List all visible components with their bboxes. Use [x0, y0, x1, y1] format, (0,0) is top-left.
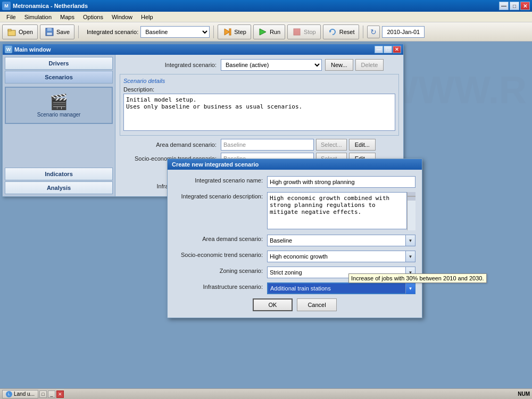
area-demand-row: Area demand scenario: Select... Edit...: [120, 139, 399, 151]
menu-help[interactable]: Help: [137, 13, 157, 21]
dialog-title-bar: Create new integrated scenario: [168, 159, 422, 170]
dialog-socio-label: Socio-economic trend scenario:: [174, 251, 267, 258]
taskbar-item-label: Land u...: [14, 391, 35, 397]
create-scenario-dialog: Create new integrated scenario Integrate…: [167, 159, 422, 318]
dialog-desc-row: Integrated scenario description: High ec…: [174, 192, 415, 230]
menu-options[interactable]: Options: [79, 13, 107, 21]
menu-window[interactable]: Window: [107, 13, 137, 21]
run-icon: [258, 27, 268, 37]
dialog-desc-wrap: High economic growth combined with stron…: [267, 192, 415, 230]
taskbar-min-btn[interactable]: _: [48, 390, 55, 398]
close-button[interactable]: ✕: [520, 2, 530, 10]
menu-bar: File Simulation Maps Options Window Help: [0, 12, 532, 22]
reset-label: Reset: [339, 29, 355, 35]
dialog-button-row: OK Cancel: [174, 298, 415, 311]
main-window-controls: — □ ✕: [375, 46, 401, 53]
scenario-combo[interactable]: Baseline: [140, 26, 210, 38]
dialog-ok-button[interactable]: OK: [253, 298, 293, 311]
open-label: Open: [19, 29, 33, 35]
dialog-area-demand-combo[interactable]: Baseline: [267, 235, 415, 246]
dialog-socio-row: Socio-economic trend scenario: High econ…: [174, 251, 415, 262]
menu-simulation[interactable]: Simulation: [20, 13, 56, 21]
integrated-scenario-select[interactable]: Baseline (active): [221, 59, 322, 71]
run-button[interactable]: Run: [253, 24, 285, 39]
area-demand-label: Area demand scenario:: [120, 142, 221, 148]
taskbar-buttons: □ _ ✕: [39, 390, 64, 398]
app-icon: M: [2, 2, 11, 10]
dialog-infra-combo[interactable]: Additional train stations Baseline: [267, 282, 415, 294]
main-window-title-text: Main window: [14, 46, 51, 53]
save-icon: [45, 27, 54, 37]
stop-icon: [292, 27, 302, 37]
step-button[interactable]: Step: [218, 24, 251, 39]
toolbar-separator-1: [78, 26, 79, 38]
dialog-cancel-button[interactable]: Cancel: [297, 298, 337, 311]
toolbar-separator-3: [363, 26, 363, 38]
dialog-desc-label: Integrated scenario description:: [174, 192, 267, 200]
taskbar-num-indicator: NUM: [518, 391, 530, 397]
area-demand-field[interactable]: [221, 139, 314, 151]
main-window-close[interactable]: ✕: [393, 46, 401, 53]
sidebar-scenarios-button[interactable]: Scenarios: [5, 71, 113, 84]
taskbar-close-btn[interactable]: ✕: [56, 390, 64, 398]
sidebar: Drivers Scenarios 🎬 Scenario manager Ind…: [3, 55, 115, 196]
open-button[interactable]: Open: [2, 24, 38, 39]
dialog-socio-combo[interactable]: High economic growth Baseline: [267, 251, 415, 262]
reset-button[interactable]: Reset: [323, 24, 360, 39]
scenario-manager-icon: 🎬: [49, 93, 68, 111]
refresh-button[interactable]: ↻: [367, 26, 380, 38]
svg-marker-7: [260, 29, 266, 35]
sidebar-indicators-button[interactable]: Indicators: [5, 168, 113, 180]
menu-file[interactable]: File: [2, 13, 20, 21]
dialog-socio-wrap: High economic growth Baseline ▼: [267, 251, 415, 262]
scenario-details-box: Scenario details Description: Initial mo…: [120, 74, 399, 136]
area-demand-select-btn[interactable]: Select...: [316, 139, 347, 151]
svg-rect-3: [47, 28, 52, 31]
main-area: WWW.R W Main window — □ ✕ Drivers Scenar…: [0, 41, 532, 388]
svg-rect-8: [294, 29, 300, 35]
title-bar: M Metronamica - Netherlands — □ ✕: [0, 0, 532, 12]
dialog-desc-textarea[interactable]: High economic growth combined with stron…: [267, 192, 407, 229]
new-button[interactable]: New...: [325, 59, 353, 71]
scenario-manager-label: Scenario manager: [37, 112, 81, 118]
tooltip-text: Increase of jobs with 30% between 2010 a…: [351, 275, 484, 281]
dialog-body: Integrated scenario name: Integrated sce…: [168, 170, 422, 318]
integrated-scenario-label: Integrated scenario:: [120, 62, 221, 68]
main-window-title-bar: W Main window — □ ✕: [3, 44, 403, 55]
main-window-minimize[interactable]: —: [375, 46, 383, 53]
menu-maps[interactable]: Maps: [56, 13, 79, 21]
dialog-infra-label: Infrastructure scenario:: [174, 282, 267, 290]
sidebar-bottom: Indicators Analysis: [5, 136, 113, 194]
dialog-area-demand-wrap: Baseline ▼: [267, 235, 415, 246]
dialog-infra-row: Infrastructure scenario: Additional trai…: [174, 282, 415, 294]
save-button[interactable]: Save: [40, 24, 74, 39]
title-bar-controls: — □ ✕: [499, 2, 530, 10]
description-textarea[interactable]: Initial model setup. Uses only baseline …: [123, 94, 395, 131]
dialog-name-input[interactable]: [267, 176, 415, 188]
sidebar-drivers-button[interactable]: Drivers: [5, 57, 113, 70]
dialog-desc-scrollbar[interactable]: [407, 192, 415, 230]
main-window-icon: W: [5, 46, 12, 53]
save-label: Save: [56, 29, 70, 35]
svg-rect-4: [47, 32, 52, 35]
integrated-scenario-row: Integrated scenario: Baseline (active) N…: [120, 59, 399, 71]
stop-button[interactable]: Stop: [287, 24, 321, 39]
date-display: 2010-Jan-01: [382, 26, 425, 38]
delete-button[interactable]: Delete: [355, 59, 384, 71]
dialog-area-demand-row: Area demand scenario: Baseline ▼: [174, 235, 415, 246]
scenario-manager-box[interactable]: 🎬 Scenario manager: [5, 87, 113, 124]
taskbar-item[interactable]: L Land u...: [2, 390, 38, 398]
run-label: Run: [270, 29, 280, 35]
sidebar-analysis-button[interactable]: Analysis: [5, 181, 113, 194]
minimize-button[interactable]: —: [499, 2, 509, 10]
step-icon: [222, 27, 232, 37]
svg-rect-6: [229, 29, 231, 35]
stop-label: Stop: [304, 29, 316, 35]
dialog-infra-wrap: Additional train stations Baseline ▼: [267, 282, 415, 294]
maximize-button[interactable]: □: [510, 2, 519, 10]
taskbar-restore-btn[interactable]: □: [39, 390, 47, 398]
area-demand-edit-btn[interactable]: Edit...: [349, 139, 376, 151]
main-window-maximize[interactable]: □: [384, 46, 392, 53]
dialog-name-row: Integrated scenario name:: [174, 176, 415, 188]
step-label: Step: [234, 29, 246, 35]
